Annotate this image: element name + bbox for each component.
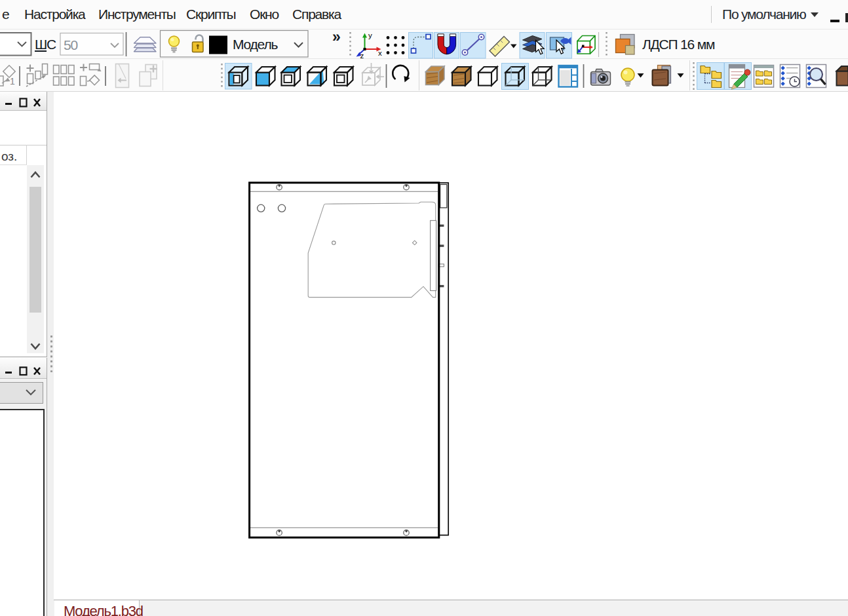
svg-text:z: z — [360, 52, 364, 59]
svg-text:1: 1 — [10, 76, 15, 87]
svg-text:y: y — [368, 31, 372, 39]
svg-text:x: x — [378, 49, 382, 57]
